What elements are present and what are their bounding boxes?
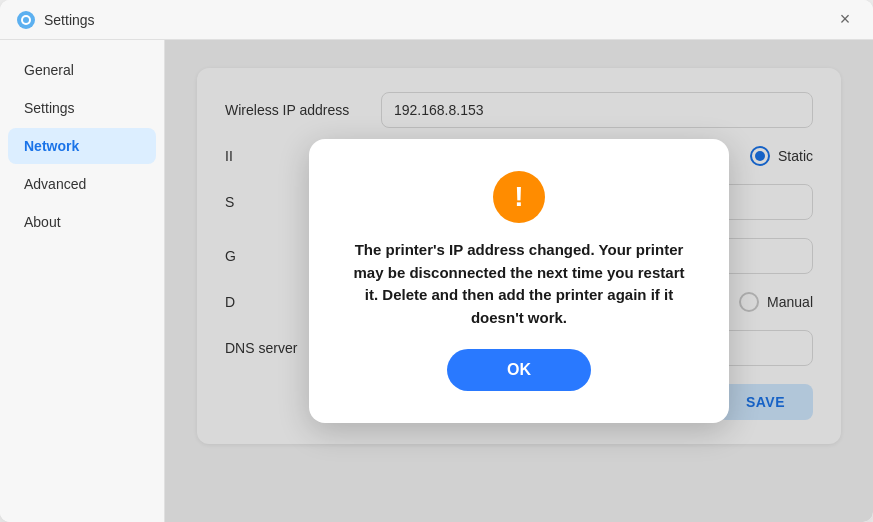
sidebar-item-advanced[interactable]: Advanced (8, 166, 156, 202)
sidebar: General Settings Network Advanced About (0, 40, 165, 522)
modal-ok-button[interactable]: OK (447, 349, 591, 391)
sidebar-item-about[interactable]: About (8, 204, 156, 240)
close-button[interactable]: × (833, 8, 857, 32)
main-layout: General Settings Network Advanced About … (0, 40, 873, 522)
modal-message: The printer's IP address changed. Your p… (345, 239, 693, 329)
app-icon (16, 10, 36, 30)
title-bar-left: Settings (16, 10, 95, 30)
modal-overlay: ! The printer's IP address changed. Your… (165, 40, 873, 522)
content-area: Wireless IP address II Static S (165, 40, 873, 522)
svg-point-2 (23, 17, 29, 23)
alert-icon: ! (493, 171, 545, 223)
sidebar-item-settings[interactable]: Settings (8, 90, 156, 126)
sidebar-item-network[interactable]: Network (8, 128, 156, 164)
title-bar: Settings × (0, 0, 873, 40)
alert-modal: ! The printer's IP address changed. Your… (309, 139, 729, 423)
app-window: Settings × General Settings Network Adva… (0, 0, 873, 522)
sidebar-item-general[interactable]: General (8, 52, 156, 88)
window-title: Settings (44, 12, 95, 28)
